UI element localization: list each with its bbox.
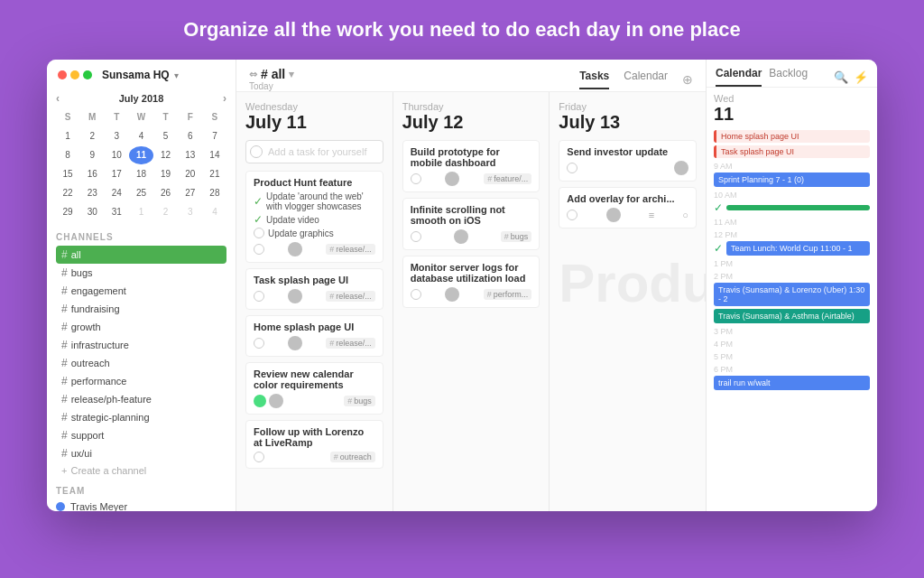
- cal-day[interactable]: 25: [129, 184, 152, 202]
- cal-day[interactable]: 31: [105, 203, 128, 221]
- cal-day[interactable]: 6: [179, 127, 202, 145]
- expand-icon[interactable]: ⇔: [249, 69, 257, 80]
- cal-day-today[interactable]: 11: [129, 146, 152, 164]
- sidebar-item-outreach[interactable]: # outreach: [56, 354, 226, 372]
- cal-day[interactable]: 9: [80, 146, 104, 164]
- check-icon: ✓: [254, 213, 263, 226]
- cal-day[interactable]: 17: [105, 165, 128, 183]
- channel-subtitle: Today: [249, 81, 294, 91]
- cal-day[interactable]: 7: [203, 127, 226, 145]
- avatar: [288, 242, 302, 256]
- cal-day[interactable]: 23: [80, 184, 104, 202]
- cal-day[interactable]: 14: [203, 146, 226, 164]
- cal-day[interactable]: 5: [154, 127, 178, 145]
- day-header-fri: Friday July 13: [559, 101, 697, 133]
- tag-name: perform...: [494, 290, 529, 299]
- cal-day[interactable]: 10: [105, 146, 128, 164]
- sidebar-item-uxui[interactable]: # ux/ui: [56, 444, 226, 462]
- avatar: [445, 287, 459, 302]
- cal-day[interactable]: 2: [80, 127, 104, 145]
- cal-day[interactable]: 27: [179, 184, 202, 202]
- sidebar-item-engagement[interactable]: # engagement: [56, 282, 226, 300]
- tab-backlog[interactable]: Backlog: [769, 67, 808, 87]
- channel-name: bugs: [71, 267, 93, 278]
- task-footer: #perform...: [411, 287, 532, 302]
- sidebar-item-strategic[interactable]: # strategic-planning: [56, 408, 226, 426]
- tag-chip: #feature/...: [484, 173, 531, 184]
- workspace-name: Sunsama HQ: [102, 69, 170, 81]
- task-check[interactable]: [411, 231, 421, 242]
- cal-day[interactable]: 8: [56, 146, 79, 164]
- tab-tasks[interactable]: Tasks: [579, 70, 609, 89]
- cal-day[interactable]: 30: [80, 203, 104, 221]
- cal-day[interactable]: 24: [105, 184, 128, 202]
- cal-day[interactable]: 26: [154, 184, 178, 202]
- prev-month-button[interactable]: ‹: [56, 92, 60, 105]
- cal-day[interactable]: 20: [179, 165, 202, 183]
- hash-icon: #: [504, 232, 509, 241]
- sidebar: Sunsama HQ ▾ ‹ July 2018 › S M T W T F S…: [47, 60, 236, 511]
- task-check[interactable]: [567, 210, 578, 220]
- maximize-button[interactable]: [83, 70, 92, 79]
- cal-header-thu: T: [154, 108, 178, 126]
- cal-day[interactable]: 1: [56, 127, 79, 145]
- task-check[interactable]: [567, 163, 578, 173]
- close-button[interactable]: [58, 70, 67, 79]
- next-month-button[interactable]: ›: [223, 92, 226, 105]
- tag-name: release/...: [336, 339, 372, 348]
- cal-day[interactable]: 16: [80, 165, 104, 183]
- task-check[interactable]: [411, 173, 421, 184]
- time-label: 1 PM: [714, 259, 870, 268]
- search-icon[interactable]: 🔍: [834, 70, 848, 84]
- hash-icon: #: [487, 290, 492, 299]
- cal-day[interactable]: 13: [179, 146, 202, 164]
- cal-day[interactable]: 28: [203, 184, 226, 202]
- cal-day-next[interactable]: 3: [179, 203, 202, 221]
- task-title: Task splash page UI: [254, 275, 375, 285]
- task-card: Task splash page UI #release/...: [245, 268, 383, 310]
- product-bg-label: Product: [559, 234, 697, 314]
- task-title: Review new calendar color requirements: [254, 368, 375, 390]
- tab-calendar-right[interactable]: Calendar: [716, 67, 762, 87]
- cal-day[interactable]: 12: [154, 146, 178, 164]
- tab-calendar[interactable]: Calendar: [624, 70, 668, 89]
- lightning-icon[interactable]: ⚡: [854, 70, 868, 84]
- sidebar-item-all[interactable]: # all: [56, 246, 226, 264]
- hash-icon: #: [61, 357, 68, 369]
- task-check[interactable]: [254, 244, 264, 255]
- sidebar-item-performance[interactable]: # performance: [56, 372, 226, 390]
- cal-day[interactable]: 19: [154, 165, 178, 183]
- sidebar-item-infrastructure[interactable]: # infrastructure: [56, 336, 226, 354]
- cal-day[interactable]: 22: [56, 184, 79, 202]
- cal-day[interactable]: 21: [203, 165, 226, 183]
- cal-header-sat: S: [203, 108, 226, 126]
- hash-icon: #: [61, 447, 68, 460]
- tag-chip: #release/...: [326, 291, 375, 302]
- add-icon[interactable]: ⊕: [682, 72, 693, 87]
- sidebar-item-release[interactable]: # release/ph-feature: [56, 390, 226, 408]
- sidebar-item-fundraising[interactable]: # fundraising: [56, 300, 226, 318]
- channel-caret-icon[interactable]: ▾: [289, 69, 294, 80]
- cal-day[interactable]: 3: [105, 127, 128, 145]
- cal-day-next[interactable]: 1: [129, 203, 152, 221]
- minimize-button[interactable]: [70, 70, 79, 79]
- calendar-header: ‹ July 2018 ›: [56, 92, 226, 105]
- task-check[interactable]: [254, 338, 264, 349]
- cal-day[interactable]: 4: [129, 127, 152, 145]
- sidebar-item-support[interactable]: # support: [56, 426, 226, 444]
- cal-day[interactable]: 15: [56, 165, 79, 183]
- cal-day-next[interactable]: 2: [154, 203, 178, 221]
- cal-day-next[interactable]: 4: [203, 203, 226, 221]
- sidebar-item-growth[interactable]: # growth: [56, 318, 226, 336]
- add-channel-button[interactable]: + Create a channel: [56, 462, 226, 479]
- workspace-caret-icon[interactable]: ▾: [174, 70, 179, 80]
- tag-name: bugs: [511, 232, 529, 241]
- task-check[interactable]: [254, 452, 264, 462]
- cal-day[interactable]: 18: [129, 165, 152, 183]
- cal-day[interactable]: 29: [56, 203, 79, 221]
- add-task-row[interactable]: Add a task for yourself: [245, 140, 383, 163]
- task-check[interactable]: [254, 291, 264, 302]
- friday-column: Friday July 13 Send investor update Add …: [550, 92, 706, 511]
- task-check[interactable]: [411, 289, 421, 300]
- sidebar-item-bugs[interactable]: # bugs: [56, 264, 226, 282]
